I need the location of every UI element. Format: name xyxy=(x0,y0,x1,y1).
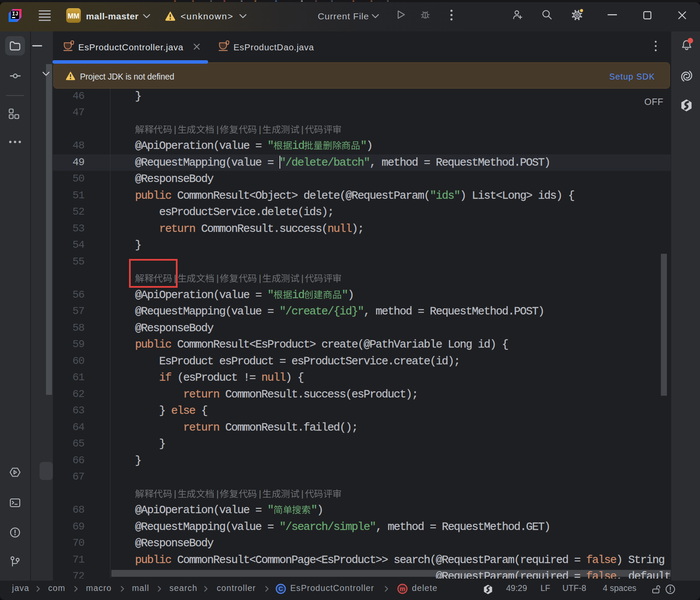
svg-text:C: C xyxy=(279,585,283,592)
svg-text:IJ: IJ xyxy=(12,11,18,17)
svg-text:m: m xyxy=(400,585,405,592)
svg-text:MM: MM xyxy=(68,12,80,20)
